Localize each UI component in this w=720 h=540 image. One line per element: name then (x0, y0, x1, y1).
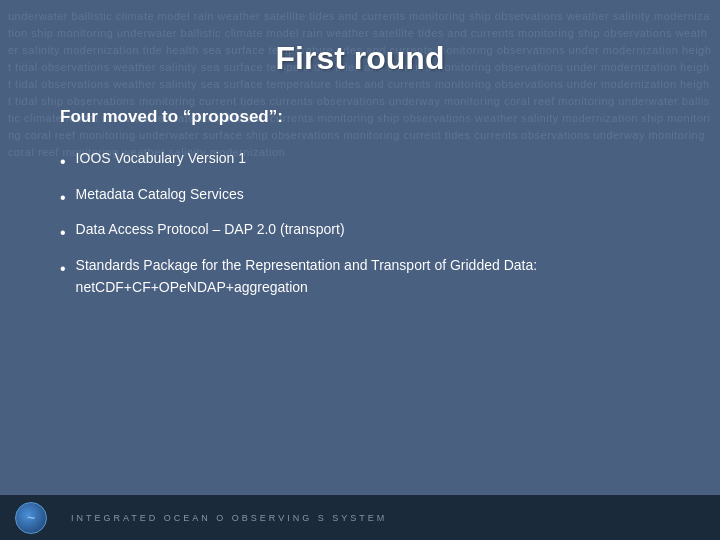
footer-tagline: INTEGRATED OCEAN O OBSERVING S SYSTEM (71, 513, 387, 523)
logo-circle: ~ (15, 502, 47, 534)
bullet-text: Standards Package for the Representation… (76, 254, 660, 299)
bullet-text: Metadata Catalog Services (76, 183, 660, 205)
bullet-icon: • (60, 220, 66, 246)
bullet-list: •IOOS Vocabulary Version 1•Metadata Cata… (60, 147, 660, 307)
bullet-icon: • (60, 256, 66, 282)
slide-overlay: First round Four moved to “proposed”: •I… (0, 0, 720, 540)
logo-wave-icon: ~ (27, 510, 35, 526)
list-item: •Data Access Protocol – DAP 2.0 (transpo… (60, 218, 660, 246)
list-item: •Standards Package for the Representatio… (60, 254, 660, 299)
logo: ~ (15, 502, 51, 534)
bullet-text: IOOS Vocabulary Version 1 (76, 147, 660, 169)
list-item: •Metadata Catalog Services (60, 183, 660, 211)
main-content: First round Four moved to “proposed”: •I… (0, 0, 720, 495)
bullet-icon: • (60, 149, 66, 175)
footer: ~ INTEGRATED OCEAN O OBSERVING S SYSTEM (0, 495, 720, 540)
slide-subtitle: Four moved to “proposed”: (60, 107, 660, 127)
list-item: •IOOS Vocabulary Version 1 (60, 147, 660, 175)
bullet-text: Data Access Protocol – DAP 2.0 (transpor… (76, 218, 660, 240)
slide-title: First round (60, 40, 660, 77)
bullet-icon: • (60, 185, 66, 211)
